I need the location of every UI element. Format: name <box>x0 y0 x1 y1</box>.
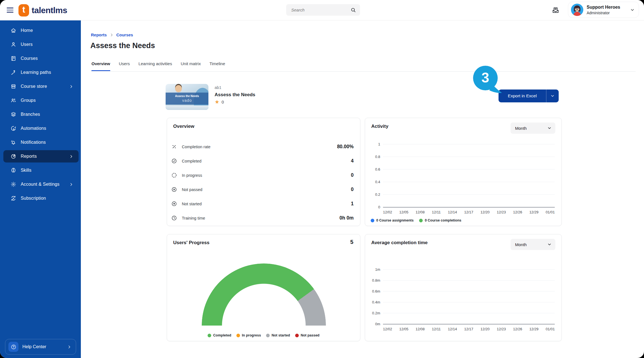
legend-label: 0 Course assignments <box>376 218 413 222</box>
course-code: ab1 <box>215 85 221 90</box>
chevron-down-icon <box>547 126 552 130</box>
sidebar-item-label: Skills <box>21 168 32 173</box>
export-label[interactable]: Export in Excel <box>499 90 546 102</box>
thumbnail-banner: Assess the Needs vado <box>166 93 208 105</box>
overview-row: Not started1 <box>171 197 354 211</box>
bell-icon <box>10 139 17 145</box>
sidebar-item-branches[interactable]: Branches <box>3 108 79 121</box>
hamburger-menu-button[interactable] <box>7 7 13 13</box>
sidebar-item-account-settings[interactable]: Account & Settings <box>3 178 79 190</box>
overview-card-title: Overview <box>173 124 194 129</box>
activity-period-select[interactable]: Month <box>511 123 555 134</box>
book-icon <box>10 55 17 62</box>
search-icon[interactable] <box>351 7 356 13</box>
avg-completion-card: Average completion time Month 1m0.8m0.6m… <box>365 234 562 341</box>
users-progress-title: Users' Progress <box>173 240 210 246</box>
app-window: t talentlms Support Heroes Administrator <box>0 0 644 358</box>
overview-row: Training time0h 0m <box>171 211 354 225</box>
path-flag-icon <box>10 69 17 76</box>
x-tick-label: 12/20 <box>480 210 490 214</box>
x-tick-label: 12/14 <box>448 210 457 214</box>
chevron-right-icon <box>110 33 114 37</box>
legend-label: Completed <box>213 333 231 337</box>
svg-text:$: $ <box>13 197 14 200</box>
export-dropdown-toggle[interactable] <box>546 90 559 102</box>
chevron-right-icon <box>69 182 73 187</box>
gridline <box>383 207 555 208</box>
help-badge <box>8 342 18 352</box>
activity-plot: 10.80.60.40.2012/0212/0512/0812/1112/141… <box>383 144 555 207</box>
sidebar-item-users[interactable]: Users <box>3 38 79 51</box>
overview-row-value: 1 <box>351 201 354 207</box>
sidebar-item-course-store[interactable]: Course store <box>3 80 79 93</box>
overview-rows: Completion rate80.00%Completed4In progre… <box>171 140 354 225</box>
user-menu[interactable]: Support Heroes Administrator <box>568 2 639 18</box>
tab-timeline[interactable]: Timeline <box>210 61 225 71</box>
sidebar-item-label: Users <box>21 42 33 47</box>
sidebar-item-skills[interactable]: Skills <box>3 164 79 176</box>
layers-icon <box>10 111 17 117</box>
users-progress-total: 5 <box>350 239 353 245</box>
tab-unit-matrix[interactable]: Unit matrix <box>181 61 201 71</box>
sidebar-item-help-center[interactable]: Help Center <box>5 339 76 355</box>
gridline <box>383 157 555 157</box>
chevron-right-icon <box>69 154 73 159</box>
overview-row: Completed4 <box>171 154 354 168</box>
breadcrumb-courses[interactable]: Courses <box>116 32 133 37</box>
legend-label: In progress <box>242 333 261 337</box>
percent-icon <box>171 144 177 150</box>
y-tick-label: 1m <box>368 267 380 272</box>
overview-row-value: 0 <box>351 187 354 192</box>
sidebar-item-automations[interactable]: Automations <box>3 122 79 135</box>
user-icon <box>10 41 17 48</box>
brand-logo: t talentlms <box>18 0 67 20</box>
tab-bar-divider <box>91 71 636 72</box>
sidebar-item-groups[interactable]: Groups <box>3 94 79 107</box>
topbar: t talentlms Support Heroes Administrator <box>0 0 644 20</box>
y-tick-label: 0.2 <box>368 192 380 197</box>
legend-label: 0 Course completions <box>425 218 461 222</box>
chevron-down-icon <box>550 94 555 98</box>
export-in-excel-button[interactable]: Export in Excel <box>499 90 559 102</box>
overview-row-label: Completed <box>182 159 201 163</box>
overview-row-label: Not passed <box>182 187 202 192</box>
y-tick-label: 0.4m <box>368 300 380 304</box>
legend-item: 0 Course completions <box>419 218 461 222</box>
gridline <box>383 269 555 270</box>
pie-chart-icon <box>10 153 17 159</box>
x-axis-labels: 12/0212/0512/0812/1112/1412/1712/2012/23… <box>383 210 555 214</box>
tab-learning-activities[interactable]: Learning activities <box>138 61 172 71</box>
sidebar-item-subscription[interactable]: $Subscription <box>3 192 79 204</box>
legend-dot <box>419 219 423 222</box>
check-circle-icon <box>171 158 177 164</box>
home-icon <box>10 27 17 34</box>
legend-item: 0 Course assignments <box>371 218 413 222</box>
tab-users[interactable]: Users <box>119 61 130 71</box>
sidebar-item-learning-paths[interactable]: Learning paths <box>3 66 79 79</box>
x-tick-label: 12/23 <box>497 210 506 214</box>
y-tick-label: 0.8m <box>368 278 380 282</box>
legend-dot <box>371 219 374 222</box>
sidebar-item-label: Groups <box>21 98 36 103</box>
gridline <box>383 144 555 144</box>
users-progress-gauge <box>202 263 326 326</box>
sidebar-item-courses[interactable]: Courses <box>3 52 79 65</box>
sidebar-item-reports[interactable]: Reports <box>3 150 79 162</box>
sidebar-item-home[interactable]: Home <box>3 24 79 37</box>
x-tick-label: 12/08 <box>415 210 425 214</box>
overview-card: Overview Completion rate80.00%Completed4… <box>167 118 360 226</box>
users-progress-card: Users' Progress 5 CompletedIn progressNo… <box>167 234 360 341</box>
search-input[interactable] <box>286 4 351 16</box>
chevron-down-icon[interactable] <box>630 8 635 12</box>
breadcrumb-reports[interactable]: Reports <box>91 32 107 37</box>
messages-icon[interactable] <box>552 6 560 14</box>
tab-overview[interactable]: Overview <box>91 61 110 71</box>
user-role: Administrator <box>587 11 620 15</box>
sidebar-item-label: Courses <box>21 56 38 61</box>
sidebar-item-notifications[interactable]: Notifications <box>3 136 79 149</box>
gridline <box>383 194 555 195</box>
page-title: Assess the Needs <box>90 41 155 50</box>
users-progress-legend: CompletedIn progressNot startedNot passe… <box>167 333 360 337</box>
avg-completion-period-select[interactable]: Month <box>511 239 555 250</box>
sidebar-item-label: Reports <box>21 154 37 159</box>
